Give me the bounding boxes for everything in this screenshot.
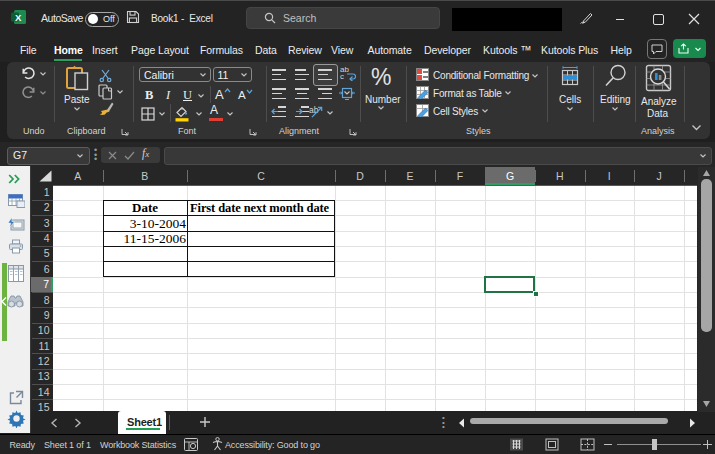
- svg-text:X: X: [15, 12, 22, 23]
